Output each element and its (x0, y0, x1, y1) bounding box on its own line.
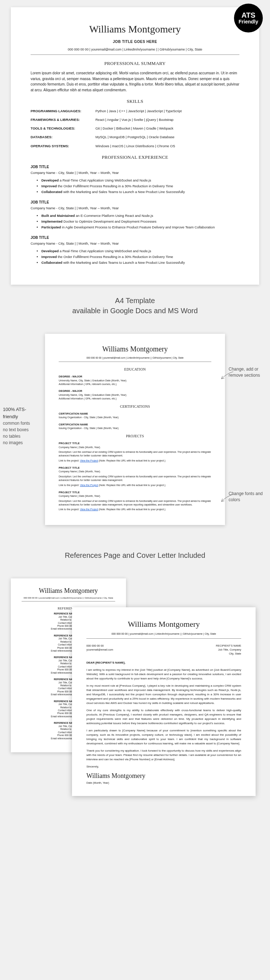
project-meta: Company Name | Date (Month, Year) (59, 445, 211, 449)
skill-value: Git | Docker | Bitbucket | Maven | Gradl… (95, 126, 239, 131)
divider (31, 54, 239, 55)
cert-meta: Issuing Organization - City, State | Dat… (59, 426, 211, 430)
arrow-icon (219, 493, 234, 503)
project-link[interactable]: View the Project (80, 508, 98, 511)
cover-p1: I am writing to express my interest in t… (87, 668, 241, 681)
divider (59, 361, 211, 362)
skills-row: PROGRAMMING LANGUAGES:Python | Java | C+… (31, 108, 239, 114)
cover-from-email: youremail@email.com (87, 648, 113, 652)
cert-title: CERTIFICATION NAME (59, 423, 211, 427)
project-link-line: Link to the project: View the Project (N… (59, 508, 211, 511)
cert-block: CERTIFICATION NAMEIssuing Organization -… (59, 423, 211, 430)
project-link-line: Link to the project: View the Project (N… (59, 459, 211, 463)
promo-text-2: References Page and Cover Letter Include… (0, 550, 270, 560)
note-right-1: Change, add or remove sections (229, 366, 265, 379)
job-title: JOB TITLE (31, 199, 239, 205)
project-title: PROJECT TITLE (59, 466, 211, 470)
degree-meta: University Name, City, State | Graduatio… (59, 393, 211, 397)
promo-text-1: A4 Template available in Google Docs and… (0, 296, 270, 316)
note-left-lines: common fonts no text boxes no tables no … (3, 420, 39, 446)
skill-label: PROGRAMMING LANGUAGES: (31, 108, 95, 114)
cover-signature: Williams Montgomery (87, 771, 241, 781)
cover-to-name: RECIPIENT'S NAME (216, 644, 241, 648)
project-block: PROJECT TITLECompany Name | Date (Month,… (59, 442, 211, 463)
job-title-line: JOB TITLE GOES HERE (31, 39, 239, 45)
promo-line1: A4 Template (0, 296, 270, 305)
cover-letter-page: Williams Montgomery 000 000 00 00 | your… (72, 607, 256, 796)
resume-page-2: Williams Montgomery 000 000 00 00 | your… (45, 334, 225, 525)
projects-list: PROJECT TITLECompany Name | Date (Month,… (59, 442, 211, 511)
skill-value: React | Angular | Vue.js | Svelte | jQue… (95, 117, 239, 123)
certifications-list: CERTIFICATION NAMEIssuing Organization -… (59, 412, 211, 431)
promo-line2: available in Google Docs and MS Word (0, 305, 270, 316)
contact-line: 000 000 00 00 | youremail@mail.com | Lin… (59, 356, 211, 360)
project-meta: Company Name | Date (Month, Year) (59, 494, 211, 498)
applicant-name: Williams Montgomery (87, 618, 241, 630)
section-page3: Williams Montgomery 000 000 00 00 | your… (0, 571, 270, 853)
skill-label: DATABASES: (31, 135, 95, 140)
resume-page-1: ATS Friendly Williams Montgomery JOB TIT… (11, 7, 259, 285)
cover-from-phone: 000 000 00 00 (87, 644, 113, 648)
project-desc: Description: Led the overhaul of an exis… (59, 475, 211, 482)
cover-greeting: DEAR [RECIPIENT'S NAME], (87, 661, 241, 665)
cover-to-title: Job Title, Company (216, 648, 241, 652)
education-block: DEGREE - MAJORUniversity Name, City, Sta… (59, 389, 211, 400)
job-bullet: Developed a Real-Time Chat Application U… (41, 178, 239, 183)
skills-row: OPERATING SYSTEMS:Windows | macOS | Linu… (31, 143, 239, 149)
project-link[interactable]: View the Project (80, 484, 98, 487)
project-link[interactable]: View the Project (80, 459, 98, 462)
project-link-line: Link to the project: View the Project (N… (59, 484, 211, 487)
summary-text: Lorem ipsum dolor sit amet, consectetur … (31, 70, 239, 93)
cover-to: RECIPIENT'S NAME Job Title, Company City… (216, 644, 241, 656)
note-left-bold: 100% ATS-friendly (3, 406, 39, 420)
education-list: DEGREE - MAJORUniversity Name, City, Sta… (59, 375, 211, 400)
note-left: 100% ATS-friendly common fonts no text b… (3, 406, 39, 446)
cover-closing: Sincerely, (87, 765, 241, 769)
cert-meta: Issuing Organization - City, State | Dat… (59, 416, 211, 419)
divider (22, 601, 115, 601)
project-block: PROJECT TITLECompany Name | Date (Month,… (59, 491, 211, 512)
cover-header-row: 000 000 00 00 youremail@email.com RECIPI… (87, 644, 241, 656)
project-block: PROJECT TITLECompany Name | Date (Month,… (59, 466, 211, 487)
badge-line2: Friendly (239, 19, 258, 24)
section-page2: 100% ATS-friendly common fonts no text b… (0, 326, 270, 539)
contact-line: 000 000 00 00 | youremail@mail.com | Lin… (87, 632, 241, 636)
job-bullet: Improved the Order Fulfillment Process R… (41, 184, 239, 189)
project-meta: Company Name | Date (Month, Year) (59, 470, 211, 473)
cover-date: Date (Month, Year) (87, 781, 241, 785)
job-bullet: Collaborated with the Marketing and Sale… (41, 260, 239, 265)
applicant-name: Williams Montgomery (22, 587, 115, 595)
cover-p4: I am particularly drawn to [Company Name… (87, 729, 241, 746)
education-block: DEGREE - MAJORUniversity Name, City, Sta… (59, 375, 211, 386)
cover-p5: Thank you for considering my application… (87, 749, 241, 762)
job-bullet: Developed a Real-Time Chat Application U… (41, 248, 239, 254)
job-bullet: Built and Maintained an E-Commerce Platf… (41, 213, 239, 218)
applicant-name: Williams Montgomery (59, 344, 211, 354)
skills-row: DATABASES:MySQL | MongoDB | PostgreSQL |… (31, 135, 239, 140)
section-summary: PROFESSIONAL SUMMARY (31, 60, 239, 67)
note-right-2: Change fonts and colors (229, 491, 265, 503)
contact-line: 000 000 00 00 | youremail@mail.com | Lin… (22, 597, 115, 599)
job-bullet: Implemented Docker to Optimize Developme… (41, 219, 239, 224)
project-desc: Description: Led the overhaul of an exis… (59, 500, 211, 507)
job-title: JOB TITLE (31, 164, 239, 170)
skill-value: MySQL | MongoDB | PostgreSQL | Oracle Da… (95, 135, 239, 140)
skill-label: TOOLS & TECHNOLOGIES: (31, 126, 95, 131)
cover-from: 000 000 00 00 youremail@email.com (87, 644, 113, 656)
degree-title: DEGREE - MAJOR (59, 389, 211, 393)
skill-value: Python | Java | C++ | JavaScript | JavaS… (95, 108, 239, 114)
jobs-list: JOB TITLECompany Name - City, State | | … (31, 164, 239, 265)
job-bullet: Improved the Order Fulfillment Process R… (41, 255, 239, 259)
badge-line1: ATS (242, 11, 256, 19)
skills-row: TOOLS & TECHNOLOGIES:Git | Docker | Bitb… (31, 126, 239, 131)
section-projects: PROJECTS (59, 434, 211, 439)
project-title: PROJECT TITLE (59, 491, 211, 495)
contact-line: 000 000 00 00 | youremail@mail.com | Lin… (31, 47, 239, 52)
job-bullet: Participated in Agile Development Proces… (41, 225, 239, 230)
job-bullet: Collaborated with the Marketing and Sale… (41, 189, 239, 194)
skills-row: FRAMEWORKS & LIBRARIES:React | Angular |… (31, 117, 239, 123)
degree-title: DEGREE - MAJOR (59, 375, 211, 379)
project-title: PROJECT TITLE (59, 442, 211, 445)
applicant-name: Williams Montgomery (31, 22, 239, 37)
cover-to-city: City, State (216, 652, 241, 655)
